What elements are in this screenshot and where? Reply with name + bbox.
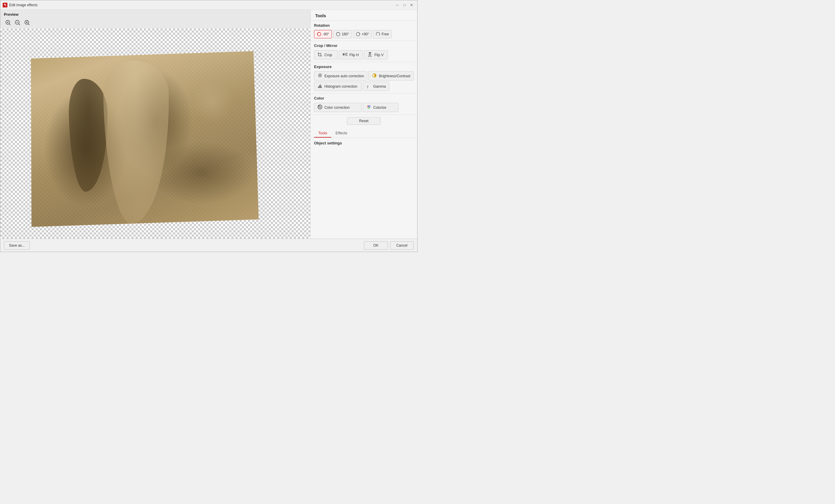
app-icon: ✎	[3, 3, 7, 7]
object-settings-section: Object settings	[310, 138, 417, 148]
preview-label: Preview	[0, 10, 310, 18]
color-buttons: Color correction Colorize	[314, 103, 414, 112]
color-correction-icon	[317, 105, 323, 110]
reset-zoom-button[interactable]	[23, 18, 31, 27]
flip-v-label: Flip V	[374, 53, 384, 57]
zoom-out-icon	[15, 20, 21, 25]
brightness-contrast-label: Brightness/Contrast	[379, 74, 410, 78]
bottom-right-buttons: OK Cancel	[364, 241, 414, 250]
crop-mirror-section: Crop / Mirror Crop	[310, 41, 417, 62]
rotate-minus90-label: -90°	[323, 32, 329, 36]
svg-line-3	[9, 24, 11, 25]
rotate-free-label: Free	[382, 32, 389, 36]
canvas-background	[0, 28, 310, 239]
brightness-contrast-button[interactable]: Brightness/Contrast	[368, 71, 413, 81]
brightness-contrast-icon	[372, 73, 377, 79]
reset-zoom-icon	[24, 20, 30, 25]
flip-h-button[interactable]: Flip H	[339, 50, 363, 59]
ok-button[interactable]: OK	[364, 241, 387, 250]
window-controls: ─ □ ✕	[394, 2, 415, 8]
rotate-free-icon	[375, 32, 380, 37]
zoom-in-button[interactable]	[4, 18, 12, 27]
rotate-minus90-icon	[317, 32, 322, 37]
figure-adult	[103, 59, 171, 224]
object-settings-title: Object settings	[314, 141, 414, 145]
colorize-icon	[366, 105, 371, 110]
svg-point-42	[319, 106, 321, 108]
preview-toolbar	[0, 18, 310, 28]
figure-child	[68, 78, 109, 192]
rotation-section-title: Rotation	[314, 23, 414, 28]
save-as-button[interactable]: Save as...	[4, 241, 30, 250]
rotate-180-button[interactable]: 180°	[333, 30, 352, 38]
rotation-buttons: -90° 180°	[314, 30, 414, 38]
gamma-label: Gamma	[373, 84, 386, 88]
title-bar: ✎ Edit image effects ─ □ ✕	[0, 0, 417, 10]
svg-point-45	[368, 106, 370, 109]
rotate-180-icon	[336, 32, 341, 37]
svg-marker-21	[343, 53, 345, 56]
flip-v-icon	[367, 52, 372, 58]
exposure-buttons: Exposure auto correction	[314, 71, 414, 91]
gamma-button[interactable]: γ Gamma	[363, 82, 389, 91]
preview-area: Preview	[0, 10, 310, 239]
preview-image	[26, 49, 261, 229]
exposure-auto-label: Exposure auto correction	[324, 74, 364, 78]
crop-label: Crop	[324, 53, 332, 57]
color-correction-label: Color correction	[324, 105, 350, 110]
colorize-button[interactable]: Colorize	[363, 103, 399, 112]
rotate-free-button[interactable]: Free	[373, 30, 392, 38]
rotation-section: Rotation -90°	[310, 21, 417, 41]
bottom-bar: Save as... OK Cancel	[0, 239, 417, 252]
svg-marker-23	[345, 53, 347, 56]
tab-tools[interactable]: Tools	[314, 129, 331, 138]
colorize-label: Colorize	[373, 105, 386, 110]
zoom-out-button[interactable]	[13, 18, 22, 27]
close-button[interactable]: ✕	[408, 2, 415, 8]
exposure-auto-icon	[317, 73, 323, 79]
rotate-plus90-button[interactable]: +90°	[353, 30, 372, 38]
tools-panel: Tools Rotation -90°	[310, 10, 417, 239]
histogram-label: Histogram correction	[324, 84, 358, 88]
svg-marker-26	[368, 55, 371, 57]
reset-button[interactable]: Reset	[347, 117, 381, 125]
svg-rect-35	[318, 86, 319, 88]
rotate-minus90-button[interactable]: -90°	[314, 30, 332, 38]
histogram-button[interactable]: Histogram correction	[314, 82, 362, 91]
minimize-button[interactable]: ─	[394, 2, 401, 8]
exposure-auto-button[interactable]: Exposure auto correction	[314, 71, 367, 81]
exposure-section: Exposure Exposure auto correction	[310, 62, 417, 93]
gamma-icon: γ	[366, 84, 371, 89]
crop-buttons: Crop Flip H	[314, 50, 414, 59]
window-title: Edit image effects	[9, 3, 394, 7]
cancel-button[interactable]: Cancel	[390, 241, 414, 250]
color-section-title: Color	[314, 96, 414, 101]
svg-point-28	[319, 75, 321, 76]
crop-icon	[317, 52, 323, 58]
flip-h-icon	[342, 52, 348, 58]
svg-marker-12	[317, 33, 318, 34]
svg-marker-24	[368, 52, 371, 54]
maximize-button[interactable]: □	[401, 2, 408, 8]
crop-button[interactable]: Crop	[314, 50, 338, 59]
svg-line-30	[321, 74, 322, 75]
color-section: Color Color correction	[310, 93, 417, 115]
svg-line-6	[19, 24, 20, 25]
tab-effects[interactable]: Effects	[331, 129, 351, 138]
tools-tabs: Tools Effects	[310, 127, 417, 138]
preview-canvas	[0, 28, 310, 239]
flip-h-label: Flip H	[349, 53, 359, 57]
svg-line-10	[28, 24, 29, 25]
histogram-icon	[317, 84, 323, 89]
svg-rect-38	[321, 86, 322, 88]
svg-marker-15	[359, 33, 360, 34]
rotate-180-label: 180°	[342, 32, 349, 36]
rotate-plus90-icon	[355, 32, 361, 37]
zoom-in-icon	[5, 20, 11, 25]
color-correction-button[interactable]: Color correction	[314, 103, 362, 112]
flip-v-button[interactable]: Flip V	[364, 50, 388, 59]
main-content: Preview	[0, 10, 417, 239]
tools-panel-title: Tools	[310, 10, 417, 21]
crop-section-title: Crop / Mirror	[314, 43, 414, 48]
svg-rect-37	[320, 84, 321, 88]
